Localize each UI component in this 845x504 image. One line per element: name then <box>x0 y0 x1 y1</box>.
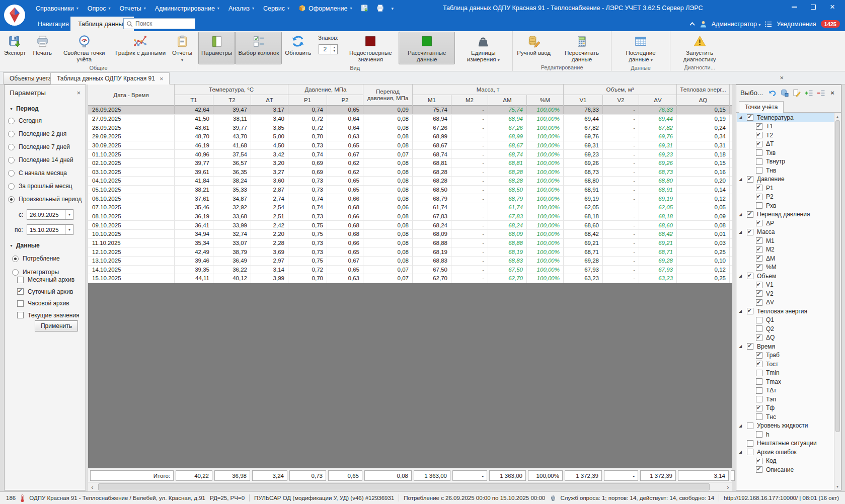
scrollbar-thumb[interactable] <box>98 483 710 490</box>
table-row[interactable]: 27.09.202541,5038,113,400,720,640,0868,9… <box>88 115 732 124</box>
date-to-combo[interactable]: 15.10.2025▼ <box>27 224 73 235</box>
section-data[interactable]: ▼Данные <box>10 242 40 249</box>
checkbox[interactable] <box>756 185 762 191</box>
tree-item[interactable]: V2 <box>737 289 840 298</box>
notifications-badge[interactable]: 1425 <box>821 20 840 28</box>
tree-item[interactable]: Тост <box>737 360 840 369</box>
chart-button[interactable]: График с данными <box>112 32 169 64</box>
column-header[interactable]: %M <box>527 95 564 106</box>
checkbox[interactable] <box>756 378 762 385</box>
checkbox[interactable] <box>756 405 762 411</box>
column-header[interactable]: ΔV <box>639 95 677 106</box>
checkbox[interactable] <box>756 290 762 297</box>
menu-oformlenie[interactable]: Оформление▾ <box>294 3 357 14</box>
table-row[interactable]: 06.10.202537,6134,872,740,740,660,0868,7… <box>88 194 732 203</box>
gauge-button[interactable]: Свойства точки учёта <box>56 32 112 64</box>
period-option[interactable]: Последние 14 дней <box>8 156 73 163</box>
tree-item[interactable]: ΔT <box>737 140 840 149</box>
undo-icon[interactable] <box>769 90 777 97</box>
checkbox[interactable] <box>756 387 762 394</box>
table-row[interactable]: 03.10.202539,6136,353,270,690,620,0868,2… <box>88 167 732 177</box>
tree-item[interactable]: Тхв <box>737 148 840 157</box>
tree-item[interactable]: Описание <box>737 465 840 474</box>
units-button[interactable]: Единицы измерения ▾ <box>455 32 511 64</box>
checkbox[interactable] <box>756 194 762 200</box>
expand-icon[interactable]: ◢ <box>739 212 747 217</box>
menu-otchety[interactable]: Отчеты▾ <box>115 3 150 14</box>
section-period[interactable]: ▼Период <box>10 105 39 112</box>
expand-icon[interactable]: ◢ <box>739 274 747 278</box>
checkbox[interactable] <box>756 299 762 306</box>
archive-option[interactable]: Суточный архив <box>17 288 73 295</box>
maximize-button[interactable] <box>804 0 823 14</box>
checkbox[interactable] <box>756 361 762 367</box>
archive-option[interactable]: Месячный архив <box>17 276 74 283</box>
expand-icon[interactable]: ◢ <box>739 115 747 120</box>
table-row[interactable]: 09.10.202536,4133,992,420,750,680,0868,2… <box>88 221 732 230</box>
radio-button[interactable] <box>8 183 15 190</box>
expand-icon[interactable]: ◢ <box>739 450 747 454</box>
reports-button[interactable]: Отчёты▾ <box>169 32 196 64</box>
column-group-header[interactable]: Перепад давления, МПа <box>363 85 413 106</box>
checkbox[interactable] <box>747 114 753 121</box>
checkbox[interactable] <box>756 370 762 376</box>
column-group-header[interactable]: Объем, м³ <box>564 85 677 95</box>
menu-spravochniki[interactable]: Справочники▾ <box>31 3 83 14</box>
column-group-header[interactable]: Давление, МПа <box>288 85 363 95</box>
checkbox[interactable] <box>17 300 24 307</box>
radio-button[interactable] <box>8 144 15 150</box>
tree-item[interactable]: ◢Объем <box>737 272 840 281</box>
tree-item[interactable]: Нештатные ситуации <box>737 439 840 448</box>
scroll-up-icon[interactable]: ▲ <box>834 113 840 120</box>
quick-save-icon[interactable] <box>357 3 372 14</box>
checkbox[interactable] <box>747 440 753 447</box>
add-columns-icon[interactable] <box>805 90 813 97</box>
collapse-ribbon-icon[interactable] <box>689 22 695 26</box>
menu-opros[interactable]: Опрос▾ <box>83 3 115 14</box>
print-button[interactable]: Печать <box>29 32 56 64</box>
checkbox[interactable] <box>17 312 24 318</box>
search-input[interactable] <box>135 20 186 27</box>
tree-item[interactable]: ◢Время <box>737 342 840 351</box>
checkbox[interactable] <box>756 220 762 226</box>
checkbox[interactable] <box>756 264 762 271</box>
tree-item[interactable]: T2 <box>737 131 840 140</box>
column-group-header[interactable]: Температура, °С <box>175 85 288 95</box>
columns-button[interactable]: Выбор колонок <box>235 32 282 64</box>
checkbox[interactable] <box>756 255 762 262</box>
tree-item[interactable]: Код <box>737 457 840 466</box>
remove-columns-icon[interactable] <box>817 90 825 97</box>
table-row[interactable]: 15.10.202544,1140,123,990,700,630,0762,7… <box>88 274 732 283</box>
tree-item[interactable]: Q1 <box>737 316 840 325</box>
tree-item[interactable]: ΔP <box>737 219 840 228</box>
checkbox[interactable] <box>756 413 762 420</box>
table-row[interactable]: 11.10.202535,3433,072,280,730,660,0868,8… <box>88 239 732 248</box>
scroll-down-icon[interactable]: ▼ <box>834 483 840 490</box>
tab-points[interactable]: Точки учёта <box>739 101 784 113</box>
green-square-button[interactable]: Рассчитанные данные <box>399 32 455 64</box>
tree-item[interactable]: P2 <box>737 193 840 202</box>
table-row[interactable]: 01.10.202540,9637,543,420,740,670,0768,7… <box>88 150 732 159</box>
menu-servis[interactable]: Сервис▾ <box>259 3 294 14</box>
recalculate-button[interactable]: Пересчитать данные <box>554 32 610 64</box>
tree-item[interactable]: Тнв <box>737 166 840 175</box>
tree-item[interactable]: ΔM <box>737 254 840 263</box>
checkbox[interactable] <box>756 352 762 359</box>
data-option[interactable]: Интеграторы <box>12 269 59 276</box>
tree-item[interactable]: ΔV <box>737 298 840 307</box>
checkbox[interactable] <box>747 423 753 429</box>
column-group-header[interactable]: Дата - Время <box>88 85 175 106</box>
tree-item[interactable]: Траб <box>737 351 840 360</box>
checkbox[interactable] <box>747 229 753 235</box>
period-option[interactable]: За прошлый месяц <box>8 183 72 190</box>
tree-item[interactable]: Твнутр <box>737 157 840 166</box>
radio-button[interactable] <box>8 157 15 163</box>
column-header[interactable]: M1 <box>413 95 451 106</box>
radio-button[interactable] <box>12 269 19 276</box>
export-button[interactable]: Экспорт <box>1 32 29 64</box>
checkbox[interactable] <box>756 458 762 464</box>
table-row[interactable]: 13.10.202539,4636,492,970,750,670,0868,8… <box>88 257 732 266</box>
tree-item[interactable]: Q2 <box>737 324 840 333</box>
menu-administrirovanie[interactable]: Администрирование▾ <box>150 3 224 14</box>
tree-item[interactable]: ◢Уровень жидкости <box>737 422 840 431</box>
